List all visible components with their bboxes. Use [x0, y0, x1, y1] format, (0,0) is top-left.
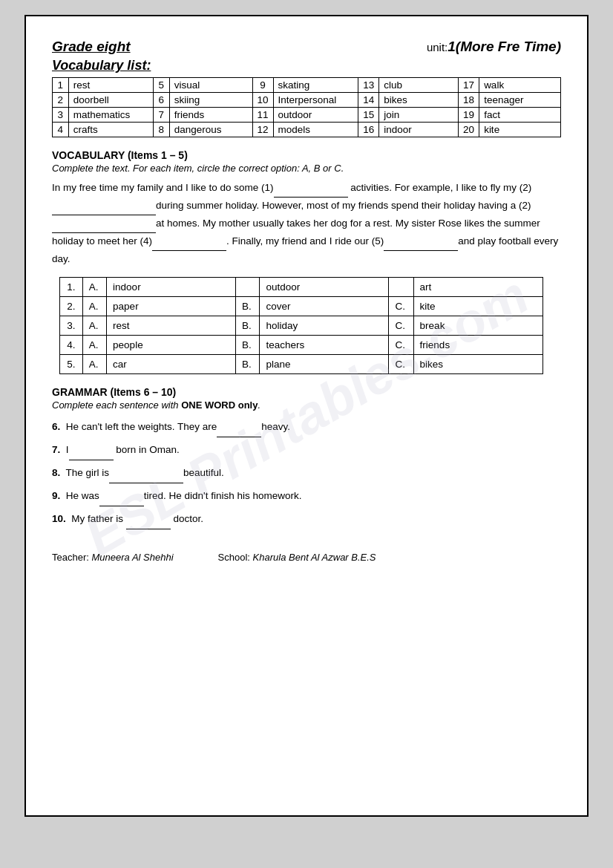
num-cell: 8 — [153, 123, 169, 137]
choice-b: holiday — [260, 316, 389, 335]
num-cell: 16 — [358, 123, 379, 137]
grammar-blank-10 — [126, 509, 171, 529]
word-cell: visual — [169, 78, 252, 93]
word-cell: walk — [479, 78, 561, 93]
teacher-name: Muneera Al Shehhi — [92, 552, 174, 563]
blank-1 — [274, 180, 348, 198]
vocab-paragraph: In my free time my family and I like to … — [52, 180, 561, 268]
choice-b: cover — [260, 296, 389, 316]
choice-letter: B. — [236, 335, 260, 354]
table-row: 1 rest 5 visual 9 skating 13 club 17 wal… — [53, 78, 561, 93]
vocab-list-title: Vocabulary list: — [52, 58, 561, 74]
choice-num: 3. — [60, 316, 83, 335]
choice-row-5: 5. A. car B. plane C. bikes — [60, 354, 543, 373]
grade-title: Grade eight — [52, 39, 131, 55]
num-cell: 18 — [459, 93, 479, 108]
num-cell: 10 — [252, 93, 273, 108]
word-cell: club — [379, 78, 459, 93]
choice-letter: C. — [389, 354, 413, 373]
blank-2 — [52, 198, 156, 215]
choice-c: art — [413, 277, 542, 296]
num-cell: 9 — [252, 78, 273, 93]
choice-row-1: 1. A. indoor outdoor art — [60, 277, 543, 296]
choice-a: rest — [107, 316, 236, 335]
choice-letter: B. — [236, 316, 260, 335]
grammar-items: 6. He can't left the weights. They are h… — [52, 417, 561, 529]
choice-row-3: 3. A. rest B. holiday C. break — [60, 316, 543, 335]
choice-letter: C. — [389, 335, 413, 354]
num-cell: 17 — [459, 78, 479, 93]
choices-table: 1. A. indoor outdoor art 2. A. paper B. … — [59, 277, 543, 374]
table-row: 4 crafts 8 dangerous 12 models 16 indoor… — [53, 123, 561, 137]
word-cell: bikes — [379, 93, 459, 108]
word-cell: join — [379, 108, 459, 123]
grammar-section-instruction: Complete each sentence with ONE WORD onl… — [52, 399, 561, 411]
unit-label: unit: — [427, 41, 448, 53]
grammar-item-9: 9. He was tired. He didn't finish his ho… — [52, 486, 561, 506]
num-cell: 20 — [459, 123, 479, 137]
table-row: 3 mathematics 7 friends 11 outdoor 15 jo… — [53, 108, 561, 123]
word-cell: skiing — [169, 93, 252, 108]
grammar-blank-6 — [217, 417, 261, 437]
num-cell: 2 — [53, 93, 69, 108]
word-cell: outdoor — [273, 108, 358, 123]
unit-title: unit:1(More Fre Time) — [427, 39, 561, 55]
choice-letter — [389, 277, 413, 296]
grammar-item-6: 6. He can't left the weights. They are h… — [52, 417, 561, 437]
choice-letter: A. — [82, 354, 106, 373]
word-cell: friends — [169, 108, 252, 123]
grammar-blank-8 — [109, 463, 183, 483]
word-cell: Interpersonal — [273, 93, 358, 108]
word-cell: indoor — [379, 123, 459, 137]
unit-title-text: (More Fre Time) — [456, 39, 561, 54]
school-name: Kharula Bent Al Azwar B.E.S — [253, 552, 376, 563]
choice-letter: A. — [82, 316, 106, 335]
blank-5 — [384, 233, 458, 251]
header: Grade eight unit:1(More Fre Time) — [52, 39, 561, 55]
choice-a: indoor — [107, 277, 236, 296]
footer-school: School: Kharula Bent Al Azwar B.E.S — [218, 552, 376, 563]
num-cell: 3 — [53, 108, 69, 123]
num-cell: 5 — [153, 78, 169, 93]
choice-num: 1. — [60, 277, 83, 296]
blank-3 — [52, 215, 156, 233]
num-cell: 13 — [358, 78, 379, 93]
choice-num: 5. — [60, 354, 83, 373]
num-cell: 15 — [358, 108, 379, 123]
choice-row-2: 2. A. paper B. cover C. kite — [60, 296, 543, 316]
grammar-one-word: ONE WORD only — [181, 399, 258, 411]
word-cell: mathematics — [68, 108, 153, 123]
num-cell: 11 — [252, 108, 273, 123]
choice-letter: C. — [389, 316, 413, 335]
choice-letter: C. — [389, 296, 413, 316]
footer-teacher: Teacher: Muneera Al Shehhi — [52, 552, 174, 563]
word-cell: models — [273, 123, 358, 137]
choice-a: paper — [107, 296, 236, 316]
grammar-blank-7 — [69, 440, 114, 460]
num-cell: 6 — [153, 93, 169, 108]
choice-letter — [236, 277, 260, 296]
grammar-item-7: 7. I born in Oman. — [52, 440, 561, 460]
grammar-blank-9 — [99, 486, 144, 506]
num-cell: 1 — [53, 78, 69, 93]
table-row: 2 doorbell 6 skiing 10 Interpersonal 14 … — [53, 93, 561, 108]
choice-num: 2. — [60, 296, 83, 316]
choice-b: teachers — [260, 335, 389, 354]
word-cell: fact — [479, 108, 561, 123]
grammar-section-heading: GRAMMAR (Items 6 – 10) — [52, 386, 561, 398]
word-cell: rest — [68, 78, 153, 93]
worksheet-page: ESL Printables.com Grade eight unit:1(Mo… — [24, 15, 589, 817]
choice-a: car — [107, 354, 236, 373]
num-cell: 12 — [252, 123, 273, 137]
vocab-section-instruction: Complete the text. For each item, circle… — [52, 163, 561, 174]
choice-c: kite — [413, 296, 542, 316]
num-cell: 14 — [358, 93, 379, 108]
teacher-label: Teacher: — [52, 552, 89, 563]
unit-number: 1 — [448, 39, 456, 54]
choice-c: break — [413, 316, 542, 335]
word-cell: crafts — [68, 123, 153, 137]
school-label: School: — [218, 552, 250, 563]
grammar-item-10: 10. My father is doctor. — [52, 509, 561, 529]
word-cell: teenager — [479, 93, 561, 108]
word-cell: doorbell — [68, 93, 153, 108]
